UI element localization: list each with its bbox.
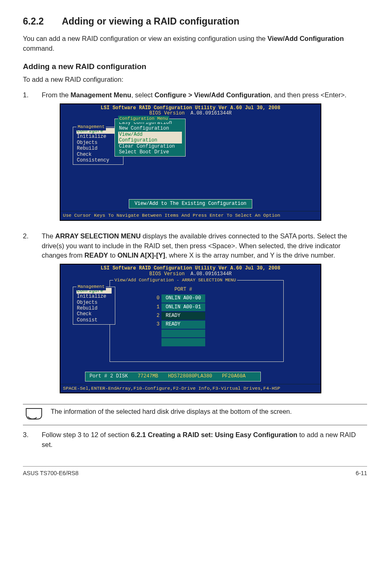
step-number: 1. — [23, 90, 30, 227]
menu-item-objects[interactable]: Objects — [76, 300, 112, 305]
step-1: 1. From the Management Menu, select Conf… — [23, 90, 367, 227]
drive-row-empty — [161, 329, 205, 338]
bios-status-bar: View/Add to The Existing Configuration — [129, 199, 252, 209]
note-callout: The information of the selected hard dis… — [23, 404, 367, 425]
section-number: 6.2.2 — [23, 15, 44, 28]
menu-item-initialize[interactable]: Initialize — [76, 134, 120, 139]
menu-item-objects[interactable]: Objects — [76, 140, 120, 146]
bios-screenshot-1: LSI Software RAID Configuration Utility … — [60, 103, 321, 221]
menu-item-initialize[interactable]: Initialize — [76, 294, 112, 299]
drive-row-empty — [161, 338, 205, 346]
drive-info-bar: Port # 2 DISK 77247MB HDS728080PLA380 PF… — [85, 372, 261, 381]
menu-item-rebuild[interactable]: Rebuild — [76, 305, 112, 311]
menu-item-rebuild[interactable]: Rebuild — [76, 146, 120, 151]
menu-item-check-consist[interactable]: Check Consist — [76, 311, 112, 323]
step-number: 2. — [23, 231, 30, 399]
port-header: PORT # — [161, 285, 205, 294]
page-footer: ASUS TS700-E6/RS8 6-11 — [23, 466, 367, 477]
configuration-menu-panel: Configuration Menu Easy Configuration Ne… — [114, 119, 186, 157]
subsection-heading: Adding a new RAID configuration — [23, 61, 367, 72]
cfg-clear[interactable]: Clear Configuration — [118, 144, 182, 149]
intro-paragraph: You can add a new RAID configuration or … — [23, 34, 367, 54]
cfg-view-add[interactable]: View/Add Configuration — [118, 132, 182, 144]
drive-row[interactable]: ONLIN A00-00 — [161, 294, 205, 303]
array-selection-panel: View/Add Configuration - ARRAY SELECTION… — [110, 280, 284, 362]
footer-pageno: 6-11 — [356, 469, 367, 477]
note-icon — [25, 407, 43, 421]
section-heading: 6.2.2 Adding or viewing a RAID configura… — [23, 15, 367, 28]
menu-label: Management — [76, 124, 106, 130]
step-number: 3. — [23, 430, 30, 450]
drive-row[interactable]: READY — [161, 320, 205, 329]
footer-product: ASUS TS700-E6/RS8 — [23, 469, 78, 477]
bios-help-line: Use Cursor Keys To Navigate Between Item… — [61, 211, 321, 220]
drive-row[interactable]: ONLIN A00-01 — [161, 303, 205, 312]
management-menu-panel: Management Configure Initialize Objects … — [73, 287, 115, 325]
bios-help-line: SPACE-Sel,ENTER-EndArray,F10-Configure,F… — [61, 384, 321, 393]
note-text: The information of the selected hard dis… — [51, 407, 365, 416]
bios-screenshot-2: LSI Software RAID Configuration Utility … — [60, 264, 321, 393]
cfg-select-boot[interactable]: Select Boot Drive — [118, 149, 182, 155]
drive-row[interactable]: READY — [161, 312, 205, 320]
subsection-lead: To add a new RAID configuration: — [23, 75, 367, 85]
cfg-new[interactable]: New Configuration — [118, 126, 182, 131]
step-3: 3. Follow step 3 to 12 of section 6.2.1 … — [23, 430, 367, 450]
step-2: 2. The ARRAY SELECTION MENU displays the… — [23, 231, 367, 399]
menu-item-check-consistency[interactable]: Check Consistency — [76, 152, 120, 164]
section-title: Adding or viewing a RAID configuration — [62, 15, 239, 28]
